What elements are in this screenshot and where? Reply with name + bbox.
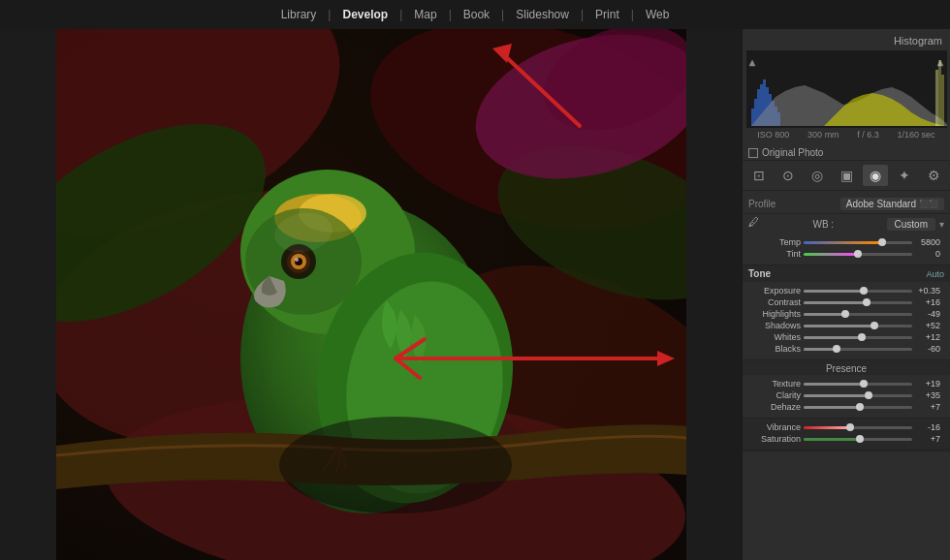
saturation-track[interactable]: [804, 438, 912, 441]
tone-auto-button[interactable]: Auto: [926, 269, 944, 279]
original-photo-checkbox[interactable]: [748, 148, 758, 158]
meta-info: ISO 800 300 mm f / 6.3 1/160 sec: [746, 128, 946, 141]
nav-web[interactable]: Web: [634, 0, 681, 29]
temp-track[interactable]: [804, 241, 912, 244]
blacks-track[interactable]: [804, 348, 912, 351]
saturation-thumb[interactable]: [856, 435, 864, 443]
meta-aperture: f / 6.3: [857, 130, 879, 140]
wb-value[interactable]: Custom: [887, 218, 935, 231]
crop-tool[interactable]: ⊡: [746, 165, 772, 186]
temp-slider-row: Temp 5800: [748, 237, 944, 247]
exposure-thumb[interactable]: [860, 287, 868, 295]
histogram-section: Histogram: [743, 29, 950, 145]
tone-section-header: Tone Auto: [743, 265, 950, 282]
texture-label: Texture: [752, 379, 801, 389]
texture-value: +19: [915, 379, 940, 389]
adjustment-brush-tool[interactable]: ✦: [892, 165, 917, 186]
clarity-value: +35: [915, 390, 940, 400]
highlights-thumb[interactable]: [841, 310, 849, 318]
saturation-value: +7: [915, 434, 940, 444]
dehaze-track[interactable]: [804, 406, 912, 409]
texture-fill: [804, 383, 864, 386]
profile-value-text: Adobe Standard: [846, 199, 916, 209]
profile-value-display[interactable]: Adobe Standard ⬛⬛: [840, 198, 944, 210]
vibrance-fill: [804, 426, 850, 429]
spot-removal-tool[interactable]: ⊙: [776, 165, 801, 186]
tools-row: ⊡ ⊙ ◎ ▣ ◉ ✦ ⚙: [743, 160, 950, 191]
exposure-track[interactable]: [804, 290, 912, 293]
redeye-tool[interactable]: ◎: [805, 165, 830, 186]
parrot-photo: [56, 29, 686, 560]
linear-gradient-tool[interactable]: ▣: [834, 165, 859, 186]
saturation-label: Saturation: [752, 434, 801, 444]
right-panel: Histogram: [742, 29, 950, 560]
contrast-label: Contrast: [752, 297, 801, 307]
highlights-value: -49: [915, 309, 940, 319]
texture-track[interactable]: [804, 383, 912, 386]
tint-thumb[interactable]: [854, 250, 862, 258]
svg-rect-44: [938, 60, 941, 126]
nav-map[interactable]: Map: [402, 0, 448, 29]
temp-fill: [804, 241, 882, 244]
shadows-track[interactable]: [804, 325, 912, 327]
radial-filter-tool[interactable]: ◉: [863, 165, 888, 186]
clarity-track[interactable]: [804, 394, 912, 397]
tone-sliders-section: Exposure +0.35 Contrast +16 Highlights: [743, 282, 950, 360]
clarity-thumb[interactable]: [865, 391, 872, 399]
shadows-label: Shadows: [752, 321, 801, 330]
contrast-thumb[interactable]: [863, 298, 871, 306]
nav-library[interactable]: Library: [269, 0, 329, 29]
dehaze-slider-row: Dehaze +7: [748, 402, 944, 412]
photo-canvas: [56, 29, 686, 560]
meta-shutter: 1/160 sec: [898, 130, 935, 140]
vibrance-sat-section: Vibrance -16 Saturation +7: [743, 419, 950, 452]
whites-thumb[interactable]: [858, 333, 866, 341]
highlights-label: Highlights: [752, 309, 801, 319]
shadows-thumb[interactable]: [871, 322, 878, 329]
whites-track[interactable]: [804, 336, 912, 339]
exposure-slider-row: Exposure +0.35: [748, 286, 944, 296]
nav-print[interactable]: Print: [584, 0, 631, 29]
svg-point-17: [295, 258, 299, 262]
dehaze-fill: [804, 406, 860, 409]
profile-label: Profile: [748, 199, 776, 209]
exposure-fill: [804, 290, 864, 293]
nav-develop[interactable]: Develop: [331, 0, 399, 29]
meta-focal: 300 mm: [808, 130, 839, 140]
texture-slider-row: Texture +19: [748, 379, 944, 389]
temp-label: Temp: [752, 237, 801, 247]
original-photo-label: Original Photo: [762, 147, 823, 158]
clarity-slider-row: Clarity +35: [748, 390, 944, 400]
vibrance-track[interactable]: [804, 426, 912, 429]
nav-slideshow[interactable]: Slideshow: [504, 0, 581, 29]
whites-value: +12: [915, 332, 940, 342]
nav-book[interactable]: Book: [452, 0, 501, 29]
tint-fill: [804, 253, 858, 256]
clarity-fill: [804, 394, 869, 397]
contrast-slider-row: Contrast +16: [748, 297, 944, 307]
texture-thumb[interactable]: [860, 380, 868, 388]
tint-value: 0: [915, 249, 940, 259]
histogram-canvas: [746, 50, 947, 128]
svg-rect-45: [941, 75, 944, 126]
contrast-track[interactable]: [804, 301, 912, 304]
wb-eyedropper-icon[interactable]: 🖊: [748, 216, 760, 232]
vibrance-sat-sliders: Vibrance -16 Saturation +7: [743, 419, 950, 451]
highlights-track[interactable]: [804, 313, 912, 316]
presence-header: Presence: [743, 360, 950, 375]
vibrance-thumb[interactable]: [846, 423, 854, 431]
clarity-label: Clarity: [752, 390, 801, 400]
blacks-label: Blacks: [752, 344, 801, 354]
dehaze-thumb[interactable]: [856, 403, 864, 411]
highlights-slider-row: Highlights -49: [748, 309, 944, 319]
shadows-fill: [804, 325, 874, 327]
settings-tool[interactable]: ⚙: [921, 165, 946, 186]
exposure-value: +0.35: [915, 286, 940, 296]
blacks-thumb[interactable]: [833, 345, 840, 353]
shadows-value: +52: [915, 321, 940, 330]
tint-label: Tint: [752, 249, 801, 259]
original-photo-row[interactable]: Original Photo: [743, 145, 950, 160]
temp-thumb[interactable]: [878, 238, 886, 246]
blacks-slider-row: Blacks -60: [748, 344, 944, 354]
tint-track[interactable]: [804, 253, 912, 256]
